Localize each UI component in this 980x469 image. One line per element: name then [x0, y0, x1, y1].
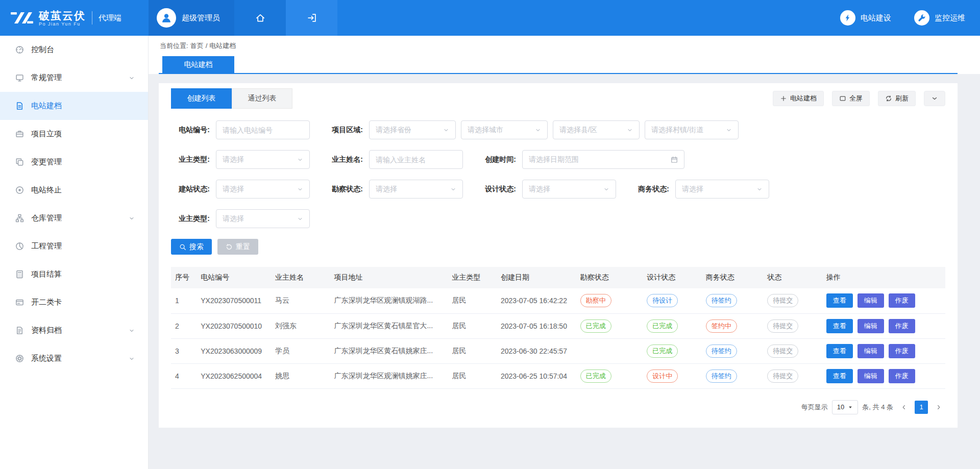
filter-select-0-4[interactable]: 请选择村镇/街道 — [645, 120, 739, 139]
filter-group-0-0: 电站编号: — [171, 120, 310, 139]
filter-select-2-0[interactable]: 请选择 — [216, 180, 310, 199]
edit-button[interactable]: 编辑 — [857, 344, 884, 358]
cell-address: 广东深圳龙华区观澜镇观湖路... — [330, 288, 448, 313]
filter-label: 商务状态: — [630, 185, 669, 194]
sidebar-item-station-archive[interactable]: 电站建档 — [0, 92, 148, 120]
module-station-construction[interactable]: 电站建设 — [840, 10, 891, 26]
tab-passed-list[interactable]: 通过列表 — [232, 88, 292, 109]
user-menu[interactable]: 超级管理员 — [149, 0, 234, 36]
filter-input-0-0[interactable] — [216, 120, 310, 139]
table-row: 1YX2023070500011马云广东深圳龙华区观澜镇观湖路...居民2023… — [171, 288, 945, 313]
filter-select-0-2[interactable]: 请选择城市 — [461, 120, 548, 139]
gear-icon — [15, 354, 24, 363]
caret-down-icon — [848, 405, 853, 410]
status-badge: 待提交 — [767, 319, 798, 333]
void-button[interactable]: 作废 — [889, 293, 915, 308]
sidebar-item-label: 电站建档 — [31, 101, 62, 111]
filter-daterange-1-2[interactable]: 请选择日期范围 — [522, 150, 684, 169]
breadcrumb-strip: 当前位置:首页/电站建档 电站建档 — [149, 36, 980, 74]
sidebar-item-warehouse-management[interactable]: 仓库管理 — [0, 204, 148, 232]
page-tab-bar: 电站建档 — [159, 56, 958, 74]
sidebar-item-change-management[interactable]: 变更管理 — [0, 148, 148, 176]
cell-owner-name: 姚思 — [271, 363, 330, 388]
cell-seq: 1 — [171, 288, 197, 313]
sidebar-item-engineering-management[interactable]: 工程管理 — [0, 232, 148, 260]
per-page-label: 每页显示 — [801, 403, 828, 412]
status-badge: 待签约 — [706, 294, 737, 307]
sidebar-item-project-settlement[interactable]: 项目结算 — [0, 260, 148, 288]
column-header: 业主姓名 — [271, 267, 330, 288]
chevron-down-icon — [450, 186, 456, 192]
chevron-down-icon — [297, 186, 303, 192]
void-button[interactable]: 作废 — [889, 369, 915, 383]
filter-select-2-2[interactable]: 请选择 — [522, 180, 616, 199]
cell-created-at: 2023-06-25 10:57:04 — [497, 363, 576, 388]
edit-button[interactable]: 编辑 — [857, 319, 884, 333]
collapse-button[interactable] — [924, 91, 945, 106]
filter-select-2-1[interactable]: 请选择 — [369, 180, 463, 199]
fullscreen-icon — [839, 95, 846, 102]
filter-select-3-0[interactable]: 请选择 — [216, 209, 310, 228]
chevron-down-icon — [443, 127, 449, 133]
filter-select-1-0[interactable]: 请选择 — [216, 150, 310, 169]
cell-actions: 查看编辑作废 — [822, 363, 945, 388]
filter-input-1-1[interactable] — [369, 150, 463, 169]
filter-label: 电站编号: — [171, 126, 210, 135]
home-button[interactable] — [234, 0, 286, 36]
view-button[interactable]: 查看 — [826, 319, 853, 333]
chevron-down-icon — [297, 157, 303, 163]
page-number-1[interactable]: 1 — [915, 401, 928, 414]
create-station-button[interactable]: 电站建档 — [773, 91, 824, 106]
cell-created-at: 2023-06-30 22:45:57 — [497, 338, 576, 363]
brand-logo-icon — [10, 10, 34, 26]
fullscreen-button[interactable]: 全屏 — [832, 91, 870, 106]
module-monitoring-ops[interactable]: 监控运维 — [914, 10, 965, 26]
cell-design-status: 已完成 — [643, 313, 702, 338]
per-page-select[interactable]: 10 — [832, 400, 858, 414]
column-header: 序号 — [171, 267, 197, 288]
edit-button[interactable]: 编辑 — [857, 293, 884, 308]
select-placeholder: 请选择 — [376, 185, 397, 194]
cell-created-at: 2023-07-05 16:18:50 — [497, 313, 576, 338]
next-page-button[interactable] — [932, 401, 945, 414]
header-spacer — [337, 0, 840, 36]
reset-button[interactable]: 重置 — [217, 239, 258, 255]
sidebar-item-project-initiation[interactable]: 项目立项 — [0, 120, 148, 148]
pagination: 每页显示 10 条, 共 4 条 1 — [171, 400, 945, 428]
sidebar-item-console[interactable]: 控制台 — [0, 36, 148, 64]
tab-create-list[interactable]: 创建列表 — [171, 88, 232, 109]
sidebar-item-data-archive[interactable]: 资料归档 — [0, 316, 148, 344]
breadcrumb-home-link[interactable]: 首页 — [190, 42, 204, 50]
sidebar-item-second-class-card[interactable]: 开二类卡 — [0, 288, 148, 316]
cell-status-status: 待提交 — [763, 338, 822, 363]
cell-owner-type: 居民 — [448, 338, 496, 363]
sidebar-item-station-termination[interactable]: 电站终止 — [0, 176, 148, 204]
breadcrumb-separator: / — [206, 42, 208, 50]
void-button[interactable]: 作废 — [889, 319, 915, 333]
sidebar-item-label: 工程管理 — [31, 241, 62, 251]
filter-select-0-3[interactable]: 请选择县/区 — [553, 120, 640, 139]
calendar-icon — [671, 156, 678, 163]
cell-address: 广东深圳龙华区黄石镇星官大... — [330, 313, 448, 338]
edit-button[interactable]: 编辑 — [857, 369, 884, 383]
filter-select-2-3[interactable]: 请选择 — [675, 180, 769, 199]
sidebar-item-system-settings[interactable]: 系统设置 — [0, 344, 148, 373]
chevron-down-icon — [535, 127, 541, 133]
prev-page-button[interactable] — [897, 401, 911, 414]
search-button[interactable]: 搜索 — [171, 239, 212, 255]
view-button[interactable]: 查看 — [826, 369, 853, 383]
toolbar-button-label: 刷新 — [895, 94, 909, 103]
refresh-button[interactable]: 刷新 — [878, 91, 916, 106]
table-row: 2YX2023070500010刘强东广东深圳龙华区黄石镇星官大...居民202… — [171, 313, 945, 338]
void-button[interactable]: 作废 — [889, 344, 915, 358]
view-button[interactable]: 查看 — [826, 344, 853, 358]
sidebar-item-general-management[interactable]: 常规管理 — [0, 64, 148, 92]
page-tab[interactable]: 电站建档 — [162, 56, 234, 73]
logout-button[interactable] — [286, 0, 337, 36]
sidebar-item-label: 电站终止 — [31, 185, 62, 195]
filter-select-0-1[interactable]: 请选择省份 — [369, 120, 456, 139]
refresh-icon — [885, 95, 892, 102]
view-button[interactable]: 查看 — [826, 293, 853, 308]
reset-icon — [226, 243, 233, 251]
status-badge: 勘察中 — [580, 294, 611, 307]
